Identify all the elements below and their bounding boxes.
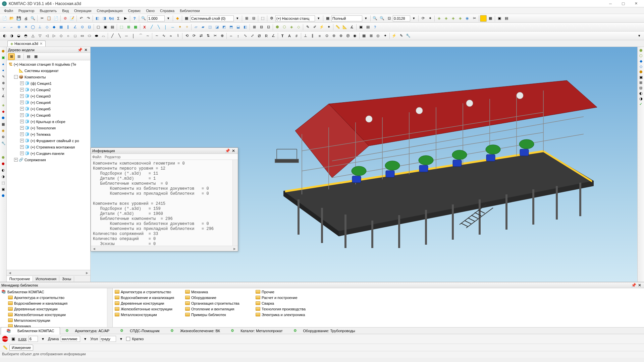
op-2[interactable]: ✐: [311, 24, 318, 31]
tree-expander[interactable]: +: [20, 126, 24, 130]
edit-2[interactable]: ⟳: [191, 33, 197, 39]
sk-1[interactable]: ◐: [1, 33, 8, 39]
tree-node-5[interactable]: +🧊(+) Секция4: [7, 99, 90, 106]
lib-tree-item-5[interactable]: Механика: [0, 323, 112, 327]
sk-5[interactable]: △: [30, 33, 36, 39]
lib-item-1-0[interactable]: Механика: [183, 289, 254, 295]
constr-1[interactable]: ⊥: [302, 33, 309, 39]
info-hscroll[interactable]: ◄►: [91, 246, 238, 251]
snap-mid[interactable]: ⌐: [8, 24, 15, 31]
measure-icon[interactable]: 📏: [2, 345, 8, 351]
tree-node-12[interactable]: +🧊(+) Стремянка монтажная: [7, 144, 90, 150]
short-checkbox[interactable]: [126, 337, 130, 341]
sk-6[interactable]: ▽: [37, 33, 43, 39]
lib-item-0-1[interactable]: Водоснабжение и канализация: [113, 295, 183, 300]
layer-dropdown[interactable]: ▾: [234, 15, 241, 22]
curve-4[interactable]: ⌇: [174, 33, 181, 39]
dim-7[interactable]: ∠: [270, 33, 277, 39]
tree-expander[interactable]: +: [20, 81, 24, 85]
props-button[interactable]: 📝: [69, 15, 75, 22]
vtool-8[interactable]: ∡: [1, 93, 6, 98]
info-vscroll[interactable]: [232, 160, 238, 246]
minimize-button[interactable]: ─: [604, 1, 616, 7]
lib-tree-item-0[interactable]: Архитектура и строительство: [0, 295, 112, 300]
lib-item-2-2[interactable]: Сварка: [254, 300, 324, 306]
edit-1[interactable]: ⟲: [183, 33, 190, 39]
dim-2[interactable]: ↕: [235, 33, 241, 39]
hatch-2[interactable]: ⊞: [125, 24, 132, 31]
redo-button[interactable]: ↷: [85, 15, 92, 22]
info-close[interactable]: ✕: [230, 148, 236, 154]
lib-item-0-4[interactable]: Металлоконструкции: [113, 312, 183, 317]
new-doc-button[interactable]: 📄: [1, 15, 8, 22]
rvtool-7[interactable]: ⊞: [639, 80, 642, 85]
info-header[interactable]: Информация 📌 ✕: [91, 148, 238, 154]
print-button[interactable]: 🖨: [22, 15, 29, 22]
tree-tool-1[interactable]: ⊞: [8, 53, 15, 60]
tree-node-8[interactable]: +🧊(+) Крыльцо в сборе: [7, 118, 90, 125]
vtool-14[interactable]: ⚙: [1, 134, 6, 139]
line-2[interactable]: ╲: [116, 33, 123, 39]
fx-button[interactable]: f(x): [108, 15, 115, 22]
sk-10[interactable]: ○: [65, 33, 71, 39]
tree-tab-build[interactable]: Построение: [7, 276, 33, 282]
line-4[interactable]: │: [130, 33, 137, 39]
lib-tab-3[interactable]: ⚙Жизнеобеспечение: ВК: [165, 327, 225, 334]
tree-node-2[interactable]: +🧊(ф) Секция1: [7, 80, 90, 86]
layer-icon[interactable]: ◆: [174, 15, 181, 22]
lib-item-2-4[interactable]: Электрика и электроника: [254, 312, 324, 317]
snap-quad[interactable]: ◆: [51, 24, 57, 31]
vtool-20[interactable]: ⬚: [1, 180, 6, 185]
plane-4[interactable]: ◪: [214, 24, 220, 31]
plane-6[interactable]: ⬒: [228, 24, 234, 31]
plane-5[interactable]: ◩: [221, 24, 227, 31]
snap-par[interactable]: ∥: [65, 24, 71, 31]
curve-1[interactable]: ∼: [153, 33, 160, 39]
dim-1[interactable]: ↔: [228, 33, 234, 39]
asm-3[interactable]: ◈: [288, 24, 295, 31]
axis-6[interactable]: ✧: [183, 24, 190, 31]
lib-root[interactable]: 📚 Библиотеки КОМПАС: [0, 289, 112, 295]
menu-help[interactable]: Справка: [157, 8, 177, 13]
menu-select[interactable]: Выделить: [37, 8, 59, 13]
vtool-1[interactable]: ⬢: [1, 48, 6, 54]
save-button[interactable]: 💾: [15, 15, 22, 22]
tree-node-0[interactable]: 📐Системы координат: [7, 67, 90, 74]
info-pin[interactable]: 📌: [224, 148, 230, 154]
asm-1[interactable]: ⬢: [274, 24, 281, 31]
tree-node-9[interactable]: +🧊(+) Технология: [7, 125, 90, 131]
tree-expander[interactable]: +: [20, 113, 24, 117]
tool-a3[interactable]: ▤: [109, 24, 116, 31]
tree-expander[interactable]: +: [20, 145, 24, 149]
tree-tab-exec[interactable]: Исполнения: [33, 276, 59, 282]
menu-file[interactable]: Файл: [1, 8, 16, 13]
menu-spec[interactable]: Спецификация: [94, 8, 125, 13]
line-1[interactable]: ╱: [109, 33, 116, 39]
section-button[interactable]: ✂: [471, 15, 478, 22]
dim-5[interactable]: Ø: [256, 33, 263, 39]
dim-3[interactable]: ⤡: [242, 33, 249, 39]
refresh-button[interactable]: ⟳: [420, 15, 426, 22]
status-tool[interactable]: ▣: [10, 336, 16, 342]
line-3[interactable]: ─: [123, 33, 130, 39]
maximize-button[interactable]: ▢: [617, 1, 629, 7]
orient-button[interactable]: ✦: [427, 15, 433, 22]
snap-int[interactable]: ✕: [22, 24, 29, 31]
paste-button[interactable]: 📄: [53, 15, 59, 22]
vtool-22[interactable]: ⬢: [1, 193, 6, 198]
constr-7[interactable]: ⦿: [344, 33, 351, 39]
precision-input[interactable]: [393, 15, 410, 21]
lib-close[interactable]: ✕: [637, 282, 643, 288]
tree-body[interactable]: 🏗 (+) Насосная станция II подъёма (Те 📐С…: [7, 60, 90, 270]
tree-expander[interactable]: +: [20, 101, 24, 104]
extra-1[interactable]: ▣: [358, 24, 364, 31]
wireframe-button[interactable]: ◈: [436, 15, 442, 22]
rvtool-10[interactable]: ◑: [639, 97, 643, 101]
vtool-5[interactable]: ✎: [1, 74, 6, 79]
vtool-16[interactable]: ⬢: [1, 155, 6, 160]
len-unit-input[interactable]: [61, 336, 80, 342]
info-menu-file[interactable]: Файл: [92, 155, 101, 159]
hatch-1[interactable]: ⬚: [118, 24, 125, 31]
text-3[interactable]: #: [293, 33, 300, 39]
lib-item-1-4[interactable]: Примеры библиотек: [183, 312, 254, 317]
